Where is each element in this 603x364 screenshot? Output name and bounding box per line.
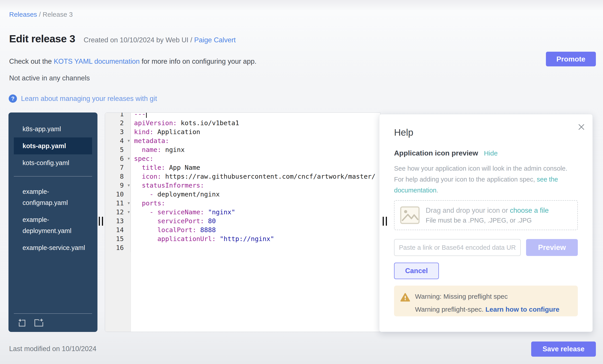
line-number: 10 [105, 190, 131, 199]
preview-button[interactable]: Preview [526, 239, 578, 256]
code-line-5[interactable]: 5 name: nginx [105, 145, 380, 154]
created-info: Created on 10/10/2024 by Web UI / Paige … [84, 36, 236, 44]
code-text: - deployment/nginx [131, 190, 220, 199]
last-modified-text: Last modified on 10/10/2024 [9, 345, 96, 353]
line-number: 8 [105, 172, 131, 181]
file-list: k8s-app.yamlkots-app.yamlkots-config.yam… [9, 112, 97, 256]
fold-arrow-icon[interactable]: ▾ [128, 208, 130, 217]
code-text: ports: [131, 199, 165, 208]
help-title: Help [394, 127, 578, 138]
kots-yaml-docs-link[interactable]: KOTS YAML documentation [54, 57, 139, 65]
code-text: statusInformers: [131, 181, 204, 190]
icon-url-input[interactable] [394, 239, 521, 256]
author-link[interactable]: Paige Calvert [194, 36, 236, 44]
line-number: 5 [105, 145, 131, 154]
breadcrumb-current: Release 3 [43, 11, 73, 18]
code-line-12[interactable]: 12▾ - serviceName: "nginx" [105, 208, 380, 217]
code-line-8[interactable]: 8 icon: https://raw.githubusercontent.co… [105, 172, 380, 181]
code-line-15[interactable]: 15 applicationUrl: "http://nginx" [105, 234, 380, 243]
line-number: 2 [105, 119, 131, 127]
sidebar-bottom-divider [14, 313, 92, 314]
code-line-9[interactable]: 9▾ statusInformers: [105, 181, 380, 190]
created-text: Created on 10/10/2024 by Web UI / [84, 36, 194, 44]
channel-status: Not active in any channels [9, 74, 90, 82]
line-number: 6▾ [105, 154, 131, 163]
add-folder-icon[interactable] [33, 317, 44, 328]
warning-detail-text: Warning preflight-spec. [415, 306, 486, 313]
code-line-10[interactable]: 10 - deployment/nginx [105, 190, 380, 199]
breadcrumb-releases-link[interactable]: Releases [9, 11, 37, 18]
description-period: . [436, 187, 438, 194]
edit-release-page: Releases / Release 3 Edit release 3 Crea… [0, 0, 603, 364]
sidebar-item-example-service.yaml[interactable]: example-service.yaml [14, 239, 92, 256]
icon-preview-title: Application icon preview [394, 149, 478, 157]
code-line-1[interactable]: 1--- [105, 112, 380, 119]
text-cursor [146, 112, 147, 118]
promote-button[interactable]: Promote [546, 52, 596, 66]
code-line-16[interactable]: 16 [105, 243, 380, 252]
code-line-7[interactable]: 7 title: App Name [105, 163, 380, 172]
code-text: spec: [131, 154, 153, 163]
line-number: 1 [105, 112, 131, 119]
code-line-14[interactable]: 14 localPort: 8888 [105, 225, 380, 234]
code-line-3[interactable]: 3kind: Application [105, 127, 380, 136]
fold-arrow-icon[interactable]: ▾ [128, 199, 130, 208]
help-panel-resize-handle[interactable] [383, 217, 387, 226]
code-text: applicationUrl: "http://nginx" [131, 234, 274, 243]
add-file-icon[interactable] [16, 317, 27, 328]
line-number: 7 [105, 163, 131, 172]
title-row: Edit release 3 Created on 10/10/2024 by … [9, 33, 236, 45]
choose-file-link[interactable]: choose a file [510, 207, 549, 214]
file-list-divider [14, 176, 92, 176]
line-number: 12▾ [105, 208, 131, 217]
code-text [131, 243, 134, 252]
code-text: metadata: [131, 136, 169, 145]
sidebar-actions [14, 317, 92, 328]
fold-arrow-icon[interactable]: ▾ [128, 154, 130, 163]
warning-title: Warning: Missing preflight spec [415, 293, 559, 300]
code-line-13[interactable]: 13 servicePort: 80 [105, 217, 380, 225]
file-sidebar: k8s-app.yamlkots-app.yamlkots-config.yam… [9, 112, 97, 332]
git-releases-link[interactable]: Learn about managing your releases with … [21, 95, 157, 103]
line-number: 16 [105, 243, 131, 252]
docs-line: Check out the KOTS YAML documentation fo… [9, 57, 256, 66]
warning-triangle-icon [400, 293, 410, 302]
sidebar-item-example-configmap.yaml[interactable]: example-configmap.yaml [14, 183, 92, 211]
code-text: servicePort: 80 [131, 217, 216, 225]
line-number: 3 [105, 127, 131, 136]
help-panel: Help Application icon preview Hide See h… [379, 114, 593, 332]
fold-arrow-icon[interactable]: ▾ [128, 136, 130, 145]
code-line-4[interactable]: 4▾metadata: [105, 136, 380, 145]
code-text: localPort: 8888 [131, 225, 216, 234]
code-line-11[interactable]: 11▾ ports: [105, 199, 380, 208]
cancel-button[interactable]: Cancel [394, 263, 439, 279]
image-placeholder-icon [400, 206, 420, 224]
preflight-warning: Warning: Missing preflight spec Warning … [394, 286, 578, 316]
sidebar-item-kots-config.yaml[interactable]: kots-config.yaml [14, 154, 92, 171]
code-text: title: App Name [131, 163, 200, 172]
sidebar-item-k8s-app.yaml[interactable]: k8s-app.yaml [14, 121, 92, 137]
fold-arrow-icon[interactable]: ▾ [128, 181, 130, 190]
line-number: 13 [105, 217, 131, 225]
sidebar-item-example-deployment.yaml[interactable]: example-deployment.yaml [14, 211, 92, 239]
warning-texts: Warning: Missing preflight spec Warning … [415, 293, 559, 313]
sidebar-resize-handle[interactable] [99, 217, 103, 226]
line-number: 4▾ [105, 136, 131, 145]
save-release-button[interactable]: Save release [531, 342, 596, 357]
page-title: Edit release 3 [9, 33, 75, 45]
code-line-6[interactable]: 6▾spec: [105, 154, 380, 163]
close-icon[interactable] [577, 122, 586, 132]
line-number: 14 [105, 225, 131, 234]
sidebar-item-kots-app.yaml[interactable]: kots-app.yaml [14, 137, 92, 154]
docs-text-before: Check out the [9, 57, 54, 65]
icon-dropzone[interactable]: Drag and drop your icon or choose a file… [394, 200, 578, 230]
icon-preview-header: Application icon preview Hide [394, 149, 578, 157]
code-line-2[interactable]: 2apiVersion: kots.io/v1beta1 [105, 119, 380, 127]
question-circle-icon: ? [9, 94, 17, 103]
line-number: 15 [105, 234, 131, 243]
yaml-editor[interactable]: 1---2apiVersion: kots.io/v1beta13kind: A… [105, 112, 381, 332]
code-text: name: nginx [131, 145, 185, 154]
hide-link[interactable]: Hide [484, 149, 498, 157]
dropzone-text: Drag and drop your icon or choose a file… [426, 207, 549, 224]
learn-configure-link[interactable]: Learn how to configure [486, 306, 559, 313]
